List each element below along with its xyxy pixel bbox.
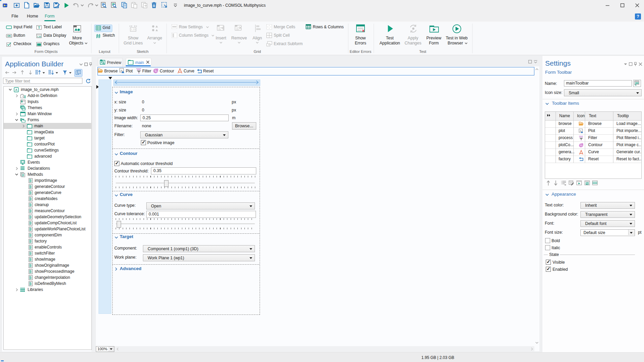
svg-text:T: T bbox=[38, 26, 40, 29]
svg-text:1.23: 1.23 bbox=[131, 28, 136, 31]
svg-text:A: A bbox=[15, 88, 17, 92]
svg-text:1.23: 1.23 bbox=[37, 36, 41, 38]
svg-text:OK: OK bbox=[7, 35, 11, 37]
